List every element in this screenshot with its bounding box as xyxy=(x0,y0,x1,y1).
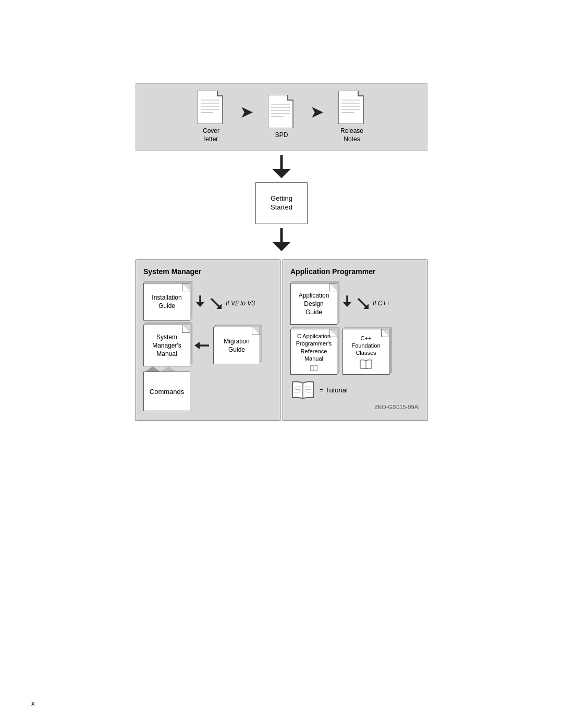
cpp-foundation-item: C++FoundationClasses xyxy=(342,329,389,375)
getting-started-label: GettingStarted xyxy=(271,194,292,212)
tutorial-row: = Tutorial xyxy=(290,381,420,399)
app-design-guide-box: ApplicationDesignGuide xyxy=(290,283,337,325)
book-icon-c-app xyxy=(307,365,321,371)
spd-item: SPD xyxy=(268,95,295,140)
if-v2-v3-label: If V2 to V3 xyxy=(226,300,255,307)
c-app-prog-ref-box: C ApplicationProgrammer'sReferenceManual xyxy=(290,329,337,375)
diagram-caption: ZKO-GS015-99AI xyxy=(290,404,420,410)
page-container: Coverletter ➤ SPD ➤ xyxy=(0,0,563,728)
arrow-down-2 xyxy=(272,228,291,251)
c-app-prog-ref-item: C ApplicationProgrammer'sReferenceManual xyxy=(290,329,337,375)
installation-guide-box: InstallationGuide xyxy=(143,283,190,320)
top-row-box: Coverletter ➤ SPD ➤ xyxy=(136,83,427,151)
getting-started-box: GettingStarted xyxy=(255,182,308,224)
bottom-section: System Manager InstallationGuide xyxy=(136,260,427,421)
commands-label: Commands xyxy=(150,388,184,396)
tutorial-label: = Tutorial xyxy=(320,386,348,394)
commands-item: Commands xyxy=(143,372,190,411)
arrow-right-2: ➤ xyxy=(311,104,323,121)
svg-marker-29 xyxy=(342,302,352,307)
system-manager-title: System Manager xyxy=(143,267,273,276)
release-notes-icon xyxy=(338,91,365,124)
release-notes-item: ReleaseNotes xyxy=(338,91,365,143)
spd-icon xyxy=(268,95,295,128)
svg-marker-27 xyxy=(194,342,200,349)
footer-page-number: x xyxy=(31,699,35,707)
cpp-foundation-label: C++FoundationClasses xyxy=(351,335,380,357)
if-cpp-label: If C++ xyxy=(373,300,390,307)
arrow-down-1 xyxy=(272,155,291,178)
app-programmer-section: Application Programmer ApplicationDesign… xyxy=(283,260,427,421)
svg-marker-23 xyxy=(195,302,205,307)
arrow-right-1: ➤ xyxy=(240,104,252,121)
book-icon-cpp xyxy=(359,360,373,369)
svg-marker-19 xyxy=(272,169,291,178)
svg-marker-21 xyxy=(272,242,291,251)
app-programmer-title: Application Programmer xyxy=(290,267,420,276)
arrow-left-migration xyxy=(194,341,209,350)
installation-guide-label: InstallationGuide xyxy=(152,293,181,310)
system-managers-manual-box: SystemManager'sManual xyxy=(143,325,190,366)
migration-guide-label: MigrationGuide xyxy=(224,337,249,354)
arrow-diag-cpp xyxy=(357,298,369,309)
system-manager-section: System Manager InstallationGuide xyxy=(136,260,280,421)
cover-letter-label: Coverletter xyxy=(203,127,219,143)
c-app-prog-ref-label: C ApplicationProgrammer'sReferenceManual xyxy=(296,332,332,362)
arrow-down-appdesign xyxy=(341,295,353,307)
system-managers-manual-label: SystemManager'sManual xyxy=(152,333,181,359)
tutorial-book-icon xyxy=(290,381,315,399)
cover-letter-icon xyxy=(198,91,225,124)
arrow-diag-v2v3 xyxy=(210,298,222,309)
release-notes-label: ReleaseNotes xyxy=(340,127,363,143)
cpp-foundation-box: C++FoundationClasses xyxy=(342,329,389,375)
cover-letter-item: Coverletter xyxy=(198,91,225,143)
app-design-guide-label: ApplicationDesignGuide xyxy=(299,291,329,317)
arrow-down-install xyxy=(194,295,206,307)
migration-guide-box: MigrationGuide xyxy=(213,327,260,364)
spd-label: SPD xyxy=(275,131,288,140)
